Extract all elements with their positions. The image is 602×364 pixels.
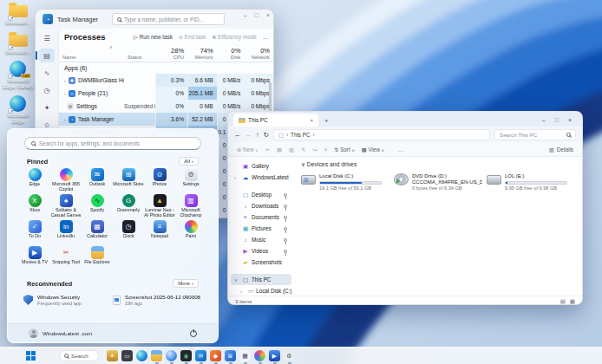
sidebar-item[interactable]: ▣ Gallery	[231, 160, 291, 172]
breadcrumb[interactable]: This PC	[291, 132, 310, 138]
user-avatar[interactable]	[29, 328, 38, 338]
taskbar-app-icon[interactable]	[254, 350, 265, 361]
column-memory[interactable]: Memory	[191, 55, 213, 60]
column-disk[interactable]: Disk	[220, 55, 241, 60]
sidebar-item[interactable]: › ☁ WindowsLatest	[231, 172, 291, 183]
large-view-toggle-icon[interactable]: ▦	[570, 298, 575, 305]
paste-icon[interactable]: ▥	[289, 146, 294, 153]
pinned-app[interactable]: Edge	[19, 168, 50, 194]
expand-chevron-icon[interactable]: ›	[64, 78, 66, 83]
pinned-app[interactable]: X Xbox	[19, 194, 50, 220]
explorer-search-input[interactable]: Search This PC	[494, 129, 576, 140]
pinned-app[interactable]: ∿ Spotify	[82, 194, 113, 220]
efficiency-mode-button[interactable]: ❀ Efficiency mode	[212, 34, 256, 40]
power-button-icon[interactable]	[190, 330, 197, 337]
pinned-app[interactable]: ♠ Solitaire & Casual Games	[50, 194, 82, 220]
tab-this-pc[interactable]: This PC ×	[233, 114, 318, 127]
list-view-toggle-icon[interactable]: ▤	[560, 298, 566, 305]
pinned-app[interactable]: ◷ Clock	[113, 220, 144, 246]
pinned-app[interactable]: ⚙ Settings	[175, 168, 206, 194]
minimize-button[interactable]: –	[244, 12, 247, 18]
cut-icon[interactable]: ✂	[265, 146, 270, 153]
taskbar-search[interactable]: Search	[59, 350, 99, 361]
end-task-button[interactable]: ⊘ End task	[179, 34, 206, 40]
task-manager-titlebar[interactable]: ◔ Task Manager Type a name, publisher, o…	[36, 10, 273, 29]
recommended-item[interactable]: Windows Security Frequently used app	[23, 290, 113, 309]
pinned-app[interactable]: ▦ Calculator	[82, 220, 113, 246]
desktop-shortcut[interactable]: ↗ Microsoft...	[2, 33, 35, 55]
process-row[interactable]: ›❖DWMBlurGlass Host (2) 0.3% 6.6 MB 0 MB…	[59, 74, 273, 87]
sidebar-item[interactable]: ▢ Desktop	[231, 189, 291, 200]
refresh-button[interactable]: ↻	[264, 131, 269, 139]
sidebar-item[interactable]: ↓ Downloads	[231, 200, 291, 211]
share-icon[interactable]: ↪	[312, 146, 317, 153]
tab-close-icon[interactable]: ×	[310, 118, 313, 123]
sidebar-item[interactable]: ♪ Music	[231, 234, 291, 245]
all-apps-button[interactable]: All›	[179, 157, 199, 166]
task-manager-rail-item[interactable]: ☰	[39, 31, 55, 45]
task-manager-rail-item[interactable]: ▤	[39, 49, 55, 62]
sort-button[interactable]: ⇅ Sort ∨	[334, 146, 355, 153]
pinned-app[interactable]: Microsoft 365 Copilot	[50, 168, 82, 194]
pinned-app[interactable]: ✓ To Do	[19, 220, 50, 246]
forward-button[interactable]: →	[245, 131, 252, 139]
chevron-icon[interactable]: ›	[234, 175, 236, 180]
taskbar-app-icon[interactable]: ▭	[121, 350, 133, 361]
taskbar-app-icon[interactable]: ≣	[225, 350, 236, 361]
maximize-button[interactable]: □	[555, 117, 559, 123]
taskbar-app-icon[interactable]	[136, 350, 147, 361]
sidebar-item[interactable]: ∨ ▢ This PC	[231, 274, 291, 285]
taskbar-app-icon[interactable]: ◆	[210, 350, 221, 361]
maximize-button[interactable]: □	[255, 12, 258, 18]
user-name[interactable]: WindowsLatest .com	[43, 330, 92, 336]
close-button[interactable]: ×	[266, 12, 270, 18]
recommended-item[interactable]: Screenshot 2025-06-12 090008 19h ago	[113, 290, 202, 309]
taskbar-app-icon[interactable]: ✦	[107, 350, 118, 361]
column-name[interactable]: Name	[62, 55, 121, 60]
pinned-app[interactable]: ▲ Luminar Neo - AI Photo Editor	[144, 194, 175, 220]
start-search-input[interactable]: Search for apps, settings, and documents	[24, 137, 201, 150]
expand-chevron-icon[interactable]: ›	[64, 117, 66, 122]
taskbar-app-icon[interactable]	[166, 350, 177, 361]
chevron-icon[interactable]: ∨	[234, 277, 238, 283]
sidebar-item[interactable]: › ▭ Local Disk (C:)	[231, 285, 291, 296]
drive-tile[interactable]: LOL (E:) 9.95 GB free of 9.98 GB	[487, 173, 575, 191]
desktop-shortcut[interactable]: ↗ Microsoft...	[2, 3, 35, 26]
pinned-app[interactable]: in LinkedIn	[50, 220, 82, 246]
new-button[interactable]: ⊕ New ∨	[237, 146, 258, 153]
view-button[interactable]: ▦ View ∨	[362, 146, 384, 153]
more-options-button[interactable]: …	[398, 146, 403, 153]
task-manager-rail-item[interactable]: ✦	[39, 101, 55, 114]
pinned-app[interactable]: ✉ Outlook	[82, 168, 113, 194]
task-manager-search-input[interactable]: Type a name, publisher, or PID...	[112, 13, 225, 25]
drive-tile[interactable]: Local Disk (C:) 19.1 GB free of 59.1 GB	[301, 173, 389, 191]
column-status[interactable]: Status	[128, 55, 152, 60]
task-manager-rail-item[interactable]: ∿	[39, 66, 55, 80]
more-button[interactable]: More›	[173, 279, 199, 288]
copy-icon[interactable]: ▤	[277, 146, 282, 153]
column-network[interactable]: Network	[247, 55, 270, 60]
desktop-shortcut[interactable]: ↗ Microsoft Edge	[2, 96, 35, 124]
drive-tile[interactable]: DVD Drive (D:) CCCOMA_X64FRE_EN-US_DV9 0…	[394, 173, 482, 191]
up-button[interactable]: ↑	[256, 131, 259, 139]
taskbar-app-icon[interactable]: ✉	[195, 350, 206, 361]
process-table-header[interactable]: ∧ Name Status 28%CPU 74%Memory 0%Disk 0%…	[59, 44, 273, 62]
address-bar[interactable]: ▢ › This PC ›	[273, 129, 490, 140]
chevron-icon[interactable]: ›	[240, 289, 242, 294]
delete-icon[interactable]: ×	[324, 146, 327, 153]
more-options-button[interactable]: …	[263, 34, 268, 40]
pinned-app[interactable]: Paint	[175, 220, 206, 246]
taskbar-app-icon[interactable]	[151, 350, 162, 361]
close-button[interactable]: ×	[568, 117, 572, 123]
details-pane-button[interactable]: ▥ Details	[549, 146, 573, 153]
pinned-app[interactable]: File Explorer	[82, 246, 113, 272]
sidebar-item[interactable]: ▶ Videos	[231, 245, 291, 257]
new-tab-button[interactable]: +	[324, 117, 329, 127]
pinned-app[interactable]: ≡ Notepad	[144, 220, 175, 246]
sidebar-item[interactable]: ▦ Pictures	[231, 223, 291, 234]
taskbar-app-icon[interactable]: ▦	[239, 350, 251, 361]
process-group-label[interactable]: Apps (6)	[59, 62, 273, 74]
task-manager-rail-item[interactable]: ◷	[39, 83, 55, 97]
pinned-app[interactable]: ▶ Movies & TV	[19, 246, 50, 272]
column-cpu[interactable]: CPU	[159, 55, 185, 60]
